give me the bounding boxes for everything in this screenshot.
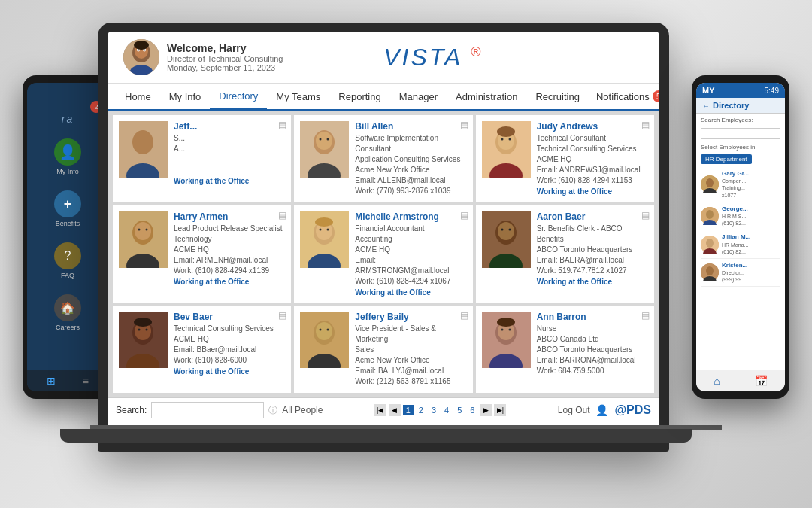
phone-filter-dropdown[interactable]: HR Department (701, 154, 752, 164)
user-date: Monday, September 11, 2023 (167, 63, 283, 72)
phone-person-photo (701, 207, 719, 225)
list-item[interactable]: Jillian M... HR Mana... (610) 82... (701, 230, 780, 259)
phone-person-photo (701, 175, 719, 193)
svg-point-16 (320, 138, 322, 141)
list-item[interactable]: George... H R M S... (610) 82... (701, 202, 780, 231)
page-5[interactable]: 5 (454, 405, 465, 415)
pagination: |◀ ◀ 1 2 3 4 5 6 ▶ ▶| (374, 404, 507, 416)
card-menu-icon[interactable]: ▤ (278, 120, 286, 130)
nav-administration[interactable]: Administration (447, 85, 526, 108)
page-prev-btn[interactable]: ◀ (389, 404, 401, 416)
list-item[interactable]: Gary Gr... Compen... Training... x1077 (701, 167, 780, 202)
page-next-btn[interactable]: ▶ (480, 404, 492, 416)
search-input[interactable] (151, 402, 264, 418)
back-icon[interactable]: ← (702, 102, 710, 110)
phone-person-detail: Compen... Training... x1077 (722, 178, 749, 198)
card-menu-icon[interactable]: ▤ (641, 120, 650, 130)
person-info: Aaron Baer Sr. Benefits Clerk - ABCO Ben… (537, 211, 648, 297)
person-info: Harry Armen Lead Product Release Special… (174, 211, 285, 297)
phone-icon-list: 👤 My Info + Benefits ? FAQ (54, 131, 81, 370)
phone-menu-icon[interactable]: ≡ (83, 375, 89, 387)
card-menu-icon[interactable]: ▤ (641, 210, 650, 221)
nav-manager[interactable]: Manager (390, 85, 447, 108)
table-row[interactable]: Bill Allen Software Implementation Consu… (294, 115, 472, 202)
page-first-btn[interactable]: |◀ (374, 404, 386, 416)
phone-icon-faq[interactable]: ? FAQ (54, 242, 81, 279)
phone-home-icon[interactable]: ⌂ (714, 375, 720, 387)
filter-label: All People (282, 405, 323, 415)
phone-icon-benefits[interactable]: + Benefits (54, 190, 81, 227)
person-photo (119, 121, 168, 178)
svg-point-63 (497, 318, 515, 327)
table-row[interactable]: Jeff... S...A... Working at the Office ▤ (113, 115, 291, 202)
vista-logo: VISTA ® (383, 44, 483, 71)
svg-point-56 (327, 329, 329, 331)
phone-filter-area: Select Employees in HR Department (696, 142, 785, 166)
table-row[interactable]: Jeffery Baily Vice President - Sales & M… (294, 306, 472, 393)
nav-home[interactable]: Home (116, 85, 160, 108)
phone-person-detail: Director... (999) 99... (722, 269, 747, 283)
person-status: Working at the Office (537, 187, 648, 196)
card-menu-icon[interactable]: ▤ (460, 210, 468, 221)
nav-myinfo[interactable]: My Info (160, 85, 211, 108)
laptop-base (60, 429, 692, 443)
svg-point-23 (508, 138, 511, 141)
user-info: Welcome, Harry Director of Technical Con… (123, 39, 283, 75)
phone-person-detail: HR Mana... (610) 82... (722, 242, 750, 255)
page-4[interactable]: 4 (441, 405, 452, 415)
table-row[interactable]: Ann Barron Nurse ABCO Canada Ltd ABCO To… (476, 306, 654, 393)
phone-calendar-icon[interactable]: 📅 (755, 375, 768, 387)
table-row[interactable]: Harry Armen Lead Product Release Special… (113, 205, 291, 303)
svg-point-35 (320, 229, 322, 231)
phone-network-icon: ⊞ (47, 375, 56, 387)
person-detail: Nurse ABCO Canada Ltd ABCO Toronto Headq… (537, 324, 648, 376)
svg-point-41 (498, 222, 514, 240)
person-info: Ann Barron Nurse ABCO Canada Ltd ABCO To… (537, 312, 648, 387)
people-grid: Jeff... S...A... Working at the Office ▤ (108, 111, 659, 397)
app-header: Welcome, Harry Director of Technical Con… (108, 32, 659, 84)
phone-left-logo: ra (62, 113, 74, 125)
svg-point-29 (138, 229, 141, 231)
nav-myteams[interactable]: My Teams (267, 85, 329, 108)
card-menu-icon[interactable]: ▤ (641, 310, 650, 321)
card-menu-icon[interactable]: ▤ (278, 210, 286, 221)
table-row[interactable]: Bev Baer Technical Consulting Services A… (113, 306, 291, 393)
logout-button[interactable]: Log Out (558, 405, 590, 415)
table-row[interactable]: Judy Andrews Technical Consultant Techni… (476, 115, 654, 202)
card-menu-icon[interactable]: ▤ (460, 120, 468, 130)
phone-bottom-bar: ⌂ 📅 (696, 370, 785, 391)
page-6[interactable]: 6 (467, 405, 477, 415)
card-menu-icon[interactable]: ▤ (278, 310, 286, 321)
phone-search-input[interactable] (701, 128, 780, 139)
page-2[interactable]: 2 (416, 405, 426, 415)
person-info: Michelle Armstrong Financial Accountant … (355, 211, 466, 297)
person-photo (300, 121, 349, 178)
person-detail: Financial Accountant Accounting ACME HQ … (355, 224, 466, 287)
person-detail: Technical Consultant Technical Consultin… (537, 133, 648, 186)
notifications-button[interactable]: Notifications 5 (589, 87, 659, 105)
phone-person-photo (701, 236, 719, 254)
person-status: Working at the Office (174, 177, 285, 185)
nav-recruiting[interactable]: Recruiting (526, 85, 589, 108)
card-menu-icon[interactable]: ▤ (460, 310, 468, 321)
person-status: Working at the Office (174, 278, 285, 286)
page-last-btn[interactable]: ▶| (494, 404, 506, 416)
table-row[interactable]: Aaron Baer Sr. Benefits Clerk - ABCO Ben… (476, 205, 654, 303)
person-info: Jeffery Baily Vice President - Sales & M… (355, 312, 466, 387)
phone-icon-careers[interactable]: 🏠 Careers (54, 294, 81, 331)
person-info: Bev Baer Technical Consulting Services A… (174, 312, 285, 387)
person-photo (482, 312, 531, 368)
logout-area: Log Out 👤 @PDS (558, 403, 651, 417)
page-3[interactable]: 3 (429, 405, 439, 415)
nav-directory[interactable]: Directory (210, 84, 267, 109)
nav-reporting[interactable]: Reporting (329, 85, 389, 108)
laptop-screen: Welcome, Harry Director of Technical Con… (108, 32, 659, 429)
phone-person-info: Jillian M... HR Mana... (610) 82... (722, 233, 750, 255)
page-1[interactable]: 1 (403, 405, 414, 415)
table-row[interactable]: Michelle Armstrong Financial Accountant … (294, 205, 472, 303)
svg-point-8 (134, 41, 149, 50)
phone-icon-myinfo[interactable]: 👤 My Info (54, 138, 81, 175)
list-item[interactable]: Kristen... Director... (999) 99... (701, 259, 780, 287)
user-title: Director of Technical Consulting (167, 54, 283, 63)
person-detail: Lead Product Release Specialist Technolo… (174, 224, 285, 276)
